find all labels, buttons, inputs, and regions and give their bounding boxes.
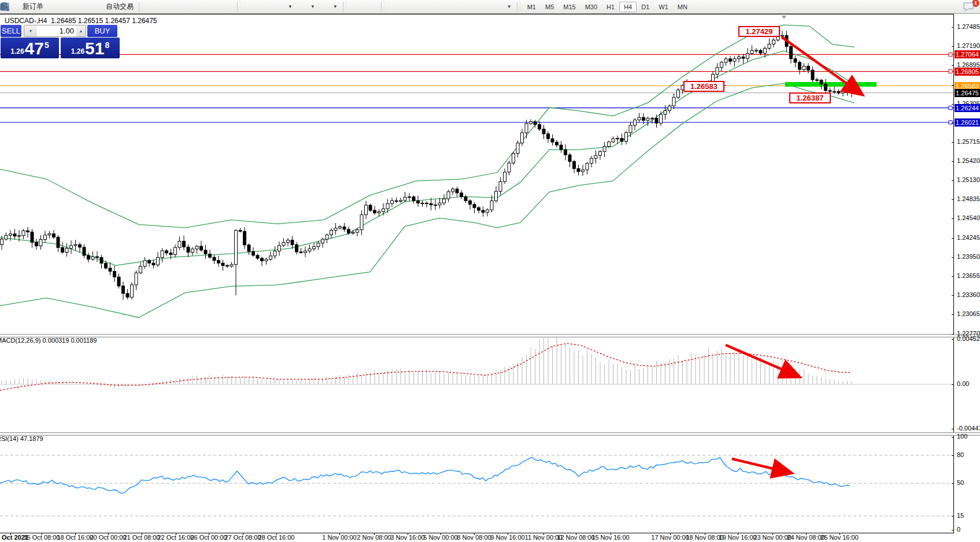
search-icon[interactable] xyxy=(949,2,958,12)
line-chart-icon xyxy=(177,2,187,12)
crosshair-icon xyxy=(367,2,376,12)
crosshair-tool-button[interactable] xyxy=(364,1,379,13)
macd-tick-mark xyxy=(952,429,954,429)
dropdown-caret-icon: ▼ xyxy=(288,4,293,9)
rsi-tick-mark xyxy=(952,516,954,517)
autotrade-icon xyxy=(94,2,103,12)
fibonacci-tool-button[interactable]: F xyxy=(447,1,462,13)
rsi-tick-mark xyxy=(952,455,954,456)
price-tick-mark xyxy=(952,238,954,239)
buy-button[interactable]: BUY xyxy=(87,25,117,37)
dropdown-caret-icon: ▼ xyxy=(507,4,512,9)
sell-button[interactable]: SELL xyxy=(1,25,21,37)
sell-price-display[interactable]: 1.26 47 5 xyxy=(1,38,59,58)
time-axis-label: 15 Oct 08:00 xyxy=(24,534,60,541)
price-level-badge: 1.26021 xyxy=(955,118,980,127)
new-order-button[interactable]: 新订单 xyxy=(8,1,46,13)
timeframe-bar: M1M5M15M30H1H4D1W1MN xyxy=(523,2,692,12)
cursor-tool-button[interactable] xyxy=(349,1,364,13)
price-tick-mark xyxy=(952,314,954,315)
rsi-tick-label: 80 xyxy=(957,451,964,458)
time-axis-label: 27 Oct 08:00 xyxy=(225,534,261,541)
chat-icon[interactable]: 1 xyxy=(963,2,975,12)
candlestick-chart-button[interactable] xyxy=(160,1,175,13)
candlestick-chart-icon xyxy=(162,2,172,12)
timeframe-w1[interactable]: W1 xyxy=(654,2,673,12)
timeframe-m30[interactable]: M30 xyxy=(580,2,602,12)
macd-tick-mark xyxy=(952,339,954,340)
trendline-tool-button[interactable] xyxy=(417,1,432,13)
zoom-out-button[interactable] xyxy=(205,1,220,13)
rsi-tick-mark xyxy=(952,483,954,484)
toolbar-grip xyxy=(343,2,346,12)
zoom-in-button[interactable] xyxy=(190,1,205,13)
publish-icon xyxy=(64,2,73,12)
sell-price-prefix: 1.26 xyxy=(10,47,24,55)
price-tick-mark xyxy=(952,85,954,86)
text-icon: A xyxy=(465,2,474,12)
buy-price-display[interactable]: 1.26 51 8 xyxy=(61,38,120,58)
ohlc-values: 1.26485 1.26515 1.26457 1.26475 xyxy=(51,17,157,25)
time-axis-label: 21 Oct 08:00 xyxy=(124,534,160,541)
periods-icon xyxy=(298,2,308,12)
signals-button[interactable] xyxy=(76,1,91,13)
line-chart-button[interactable] xyxy=(175,1,190,13)
indicator-list-button[interactable] xyxy=(258,1,273,13)
indicator-list-icon xyxy=(261,2,270,12)
timeframe-m5[interactable]: M5 xyxy=(541,2,559,12)
timeframe-mn[interactable]: MN xyxy=(673,2,692,12)
time-axis-label: 15 Nov 16:00 xyxy=(591,534,629,541)
buy-price-prefix: 1.26 xyxy=(71,47,84,55)
sell-price-sup: 5 xyxy=(45,40,49,50)
arrows-tool-button[interactable]: ▼ xyxy=(492,1,515,13)
text-tool-button[interactable]: A xyxy=(462,1,477,13)
timeframe-h1[interactable]: H1 xyxy=(602,2,619,12)
horizontal-line-icon xyxy=(405,2,414,12)
periods-button[interactable]: ▼ xyxy=(295,1,318,13)
rsi-panel-canvas[interactable] xyxy=(0,434,953,533)
macd-panel-separator[interactable] xyxy=(0,334,980,337)
templates-button[interactable]: ▼ xyxy=(318,1,341,13)
price-tick-mark xyxy=(952,257,954,258)
autotrade-button[interactable]: 自动交易 xyxy=(91,1,136,13)
volume-increase-button[interactable]: ▲ xyxy=(76,25,86,36)
arrows-icon xyxy=(495,2,504,12)
price-tick-label: 1.25715 xyxy=(957,138,980,145)
timeframe-m1[interactable]: M1 xyxy=(523,2,541,12)
tile-windows-button[interactable] xyxy=(220,1,235,13)
price-tick-mark xyxy=(952,142,954,143)
timeframe-h4[interactable]: H4 xyxy=(619,2,637,12)
bar-chart-button[interactable] xyxy=(145,1,160,13)
vline-tool-button[interactable] xyxy=(387,1,402,13)
zoom-out-icon xyxy=(208,2,217,12)
rsi-tick-label: 50 xyxy=(957,479,964,486)
dropdown-caret-icon: ▼ xyxy=(333,4,338,9)
volume-decrease-button[interactable]: ▼ xyxy=(24,25,37,36)
chart-title: USDCAD-,H4 1.26485 1.26515 1.26457 1.264… xyxy=(5,17,157,25)
hline-tool-button[interactable] xyxy=(402,1,417,13)
macd-panel-canvas[interactable] xyxy=(0,336,953,432)
rsi-panel-separator[interactable] xyxy=(0,432,980,436)
label-tool-button[interactable]: T xyxy=(477,1,492,13)
price-tick-label: 1.23065 xyxy=(957,310,980,317)
sell-price-big: 47 xyxy=(25,40,44,57)
price-tick-mark xyxy=(952,123,954,124)
chart-top-border xyxy=(0,14,953,14)
deposit-icon xyxy=(49,2,58,12)
timeframe-d1[interactable]: D1 xyxy=(637,2,654,12)
rsi-tick-mark xyxy=(952,437,954,437)
add-indicator-button[interactable]: ▼ xyxy=(273,1,295,13)
rsi-tick-label: 15 xyxy=(957,512,964,519)
price-level-badge: 1.26475 xyxy=(955,89,980,97)
time-axis-label: 8 Nov 08:00 xyxy=(457,534,491,541)
channel-tool-button[interactable]: E xyxy=(432,1,447,13)
price-tick-label: 1.24245 xyxy=(957,234,980,241)
volume-input[interactable] xyxy=(37,25,76,36)
deposit-button[interactable] xyxy=(46,1,61,13)
price-level-badge: 1.26244 xyxy=(955,104,980,112)
timeframe-m15[interactable]: M15 xyxy=(559,2,580,12)
main-chart-canvas[interactable] xyxy=(0,14,953,334)
indicator-arrow-button[interactable] xyxy=(243,1,258,13)
publish-button[interactable] xyxy=(61,1,76,13)
price-tick-mark xyxy=(952,218,954,219)
